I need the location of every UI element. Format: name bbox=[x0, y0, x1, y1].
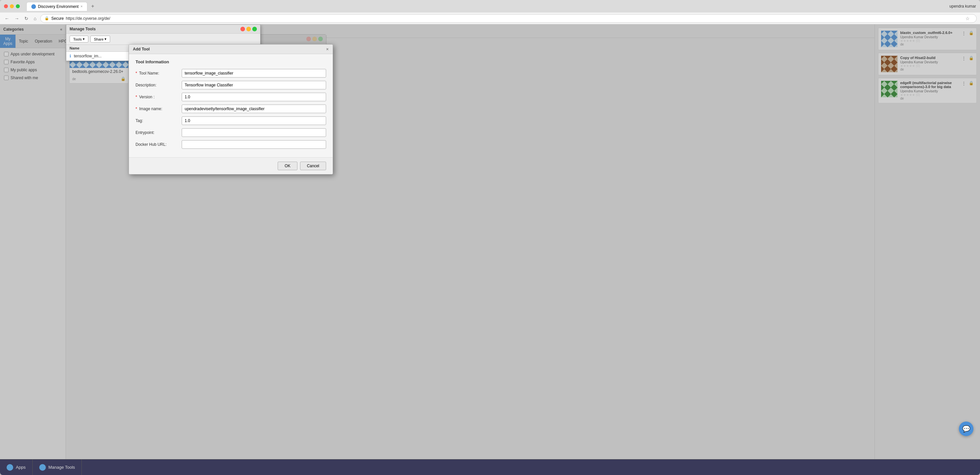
maximize-window-button[interactable] bbox=[16, 4, 20, 8]
taskbar: Apps Manage Tools bbox=[0, 459, 980, 475]
dialog-close-button[interactable]: × bbox=[326, 46, 329, 52]
tab-title: Discovery Environment bbox=[38, 4, 78, 9]
taskbar-item-apps[interactable]: Apps bbox=[0, 459, 33, 475]
mt-window-title: Manage Tools bbox=[70, 27, 95, 31]
taskbar-item-manage-tools[interactable]: Manage Tools bbox=[33, 459, 82, 475]
tab-bar: Discovery Environment × + bbox=[26, 2, 947, 11]
share-label: Share bbox=[94, 37, 103, 41]
taskbar-apps-label: Apps bbox=[16, 465, 26, 470]
taskbar-manage-tools-label: Manage Tools bbox=[48, 465, 75, 470]
form-row-docker-hub: Docker Hub URL: bbox=[135, 140, 326, 149]
tool-name-input[interactable] bbox=[182, 69, 326, 78]
dialog-title: Add Tool bbox=[133, 47, 150, 51]
mt-close-button[interactable] bbox=[240, 27, 245, 31]
share-dropdown-arrow: ▾ bbox=[105, 37, 107, 41]
image-name-label-text: Image name: bbox=[139, 107, 162, 111]
required-marker-version: * bbox=[135, 95, 137, 99]
add-tool-dialog: Add Tool × Tool Information * Tool Name:… bbox=[129, 44, 333, 174]
tab-favicon bbox=[31, 4, 36, 9]
form-row-entrypoint: Entrypoint: bbox=[135, 128, 326, 137]
description-input[interactable] bbox=[182, 81, 326, 89]
form-row-tag: Tag: bbox=[135, 116, 326, 125]
close-window-button[interactable] bbox=[4, 4, 8, 8]
mt-col-name: Name bbox=[70, 46, 80, 50]
mt-info-icon: ℹ bbox=[70, 54, 71, 58]
form-row-description: Description: bbox=[135, 81, 326, 89]
image-name-label: * Image name: bbox=[135, 107, 182, 111]
dialog-section-title: Tool Information bbox=[135, 59, 326, 64]
dialog-titlebar: Add Tool × bbox=[129, 45, 333, 54]
tool-name-label-text: Tool Name: bbox=[139, 71, 159, 75]
mt-titlebar: Manage Tools bbox=[66, 25, 260, 33]
title-bar: Discovery Environment × + upendra kumar bbox=[0, 0, 980, 13]
new-tab-button[interactable]: + bbox=[89, 2, 97, 10]
share-dropdown-button[interactable]: Share ▾ bbox=[90, 36, 110, 43]
secure-label: Secure bbox=[51, 16, 64, 21]
mt-minimize-button[interactable] bbox=[246, 27, 251, 31]
address-input-bar[interactable]: 🔒 Secure https://de.cyverse.org/de/ ☆ bbox=[40, 14, 977, 23]
version-label: * Version : bbox=[135, 95, 182, 99]
tools-label: Tools bbox=[73, 37, 82, 41]
mt-toolbar: Tools ▾ Share ▾ bbox=[66, 33, 260, 45]
taskbar-tools-icon bbox=[39, 464, 46, 471]
version-input[interactable] bbox=[182, 93, 326, 101]
description-label: Description: bbox=[135, 83, 182, 88]
entrypoint-label: Entrypoint: bbox=[135, 130, 182, 135]
bookmark-icon[interactable]: ☆ bbox=[963, 16, 972, 21]
ok-button[interactable]: OK bbox=[278, 162, 297, 170]
version-label-text: Version : bbox=[139, 95, 155, 99]
required-marker: * bbox=[135, 71, 137, 75]
app-area: Categories « My Apps Topic Operation HPC… bbox=[0, 24, 980, 459]
tool-name-label: * Tool Name: bbox=[135, 71, 182, 75]
mt-window-controls bbox=[240, 27, 257, 31]
tools-dropdown-arrow: ▾ bbox=[83, 37, 85, 41]
image-name-input[interactable] bbox=[182, 105, 326, 113]
secure-icon: 🔒 bbox=[45, 16, 49, 21]
cancel-button[interactable]: Cancel bbox=[300, 162, 326, 170]
address-bar: ← → ↻ ⌂ 🔒 Secure https://de.cyverse.org/… bbox=[0, 13, 980, 24]
form-row-tool-name: * Tool Name: bbox=[135, 69, 326, 78]
form-row-version: * Version : bbox=[135, 93, 326, 101]
form-row-image-name: * Image name: bbox=[135, 105, 326, 113]
dialog-body: Tool Information * Tool Name: Descriptio… bbox=[129, 54, 333, 157]
dialog-footer: OK Cancel bbox=[129, 157, 333, 174]
docker-hub-input[interactable] bbox=[182, 140, 326, 149]
chat-bubble-button[interactable]: 💬 bbox=[959, 422, 974, 436]
tag-input[interactable] bbox=[182, 116, 326, 125]
chat-icon: 💬 bbox=[962, 425, 970, 433]
active-tab[interactable]: Discovery Environment × bbox=[26, 2, 88, 11]
tab-close-button[interactable]: × bbox=[80, 5, 83, 8]
forward-button[interactable]: → bbox=[13, 15, 21, 22]
docker-hub-label: Docker Hub URL: bbox=[135, 142, 182, 147]
mt-row-name: tensorflow_im... bbox=[74, 54, 102, 58]
reload-button[interactable]: ↻ bbox=[23, 15, 30, 22]
browser-window: Discovery Environment × + upendra kumar … bbox=[0, 0, 980, 475]
user-label: upendra kumar bbox=[949, 4, 976, 9]
tag-label: Tag: bbox=[135, 118, 182, 123]
tools-dropdown-button[interactable]: Tools ▾ bbox=[70, 36, 88, 43]
traffic-lights bbox=[4, 4, 20, 8]
home-button[interactable]: ⌂ bbox=[32, 15, 38, 22]
mt-maximize-button[interactable] bbox=[252, 27, 257, 31]
taskbar-apps-icon bbox=[6, 464, 13, 471]
entrypoint-input[interactable] bbox=[182, 128, 326, 137]
minimize-window-button[interactable] bbox=[10, 4, 14, 8]
back-button[interactable]: ← bbox=[3, 15, 11, 22]
address-text: https://de.cyverse.org/de/ bbox=[66, 16, 110, 21]
required-marker-image: * bbox=[135, 107, 137, 111]
